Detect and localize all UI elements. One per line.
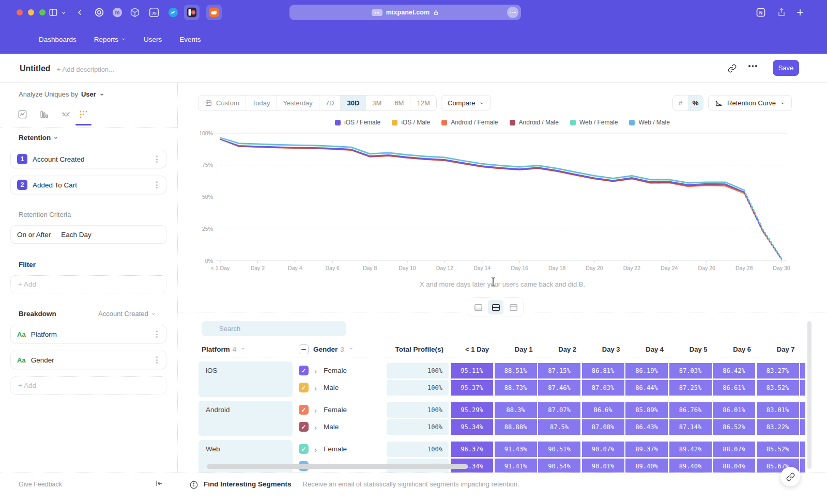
range-30d[interactable]: 30D (341, 96, 366, 111)
retention-value-cell[interactable]: 91.41% (495, 459, 537, 472)
add-filter-button[interactable]: + Add (10, 275, 166, 293)
table-search-input[interactable] (202, 321, 346, 336)
retention-value-cell[interactable]: 90.07% (582, 442, 624, 457)
retention-value-cell[interactable]: 86.43% (625, 419, 668, 435)
report-description-placeholder[interactable]: + Add description... (57, 66, 114, 73)
notion-extension-icon[interactable]: N (756, 7, 766, 18)
legend-item[interactable]: Web / Male (629, 119, 669, 126)
retention-value-cell[interactable]: 88.51% (495, 363, 537, 379)
retention-value-cell[interactable]: 87.14% (669, 419, 712, 435)
pinned-app-red-icon[interactable] (186, 7, 197, 18)
breakdown-options-icon[interactable] (154, 328, 160, 340)
retention-section-header[interactable]: Retention (19, 134, 58, 141)
row-checkbox[interactable]: ✓ (299, 366, 309, 375)
legend-item[interactable]: Android / Male (510, 119, 559, 126)
retention-value-cell[interactable]: 86.76% (669, 402, 712, 418)
range-today[interactable]: Today (246, 96, 277, 111)
pinned-app-bird-icon[interactable] (167, 7, 179, 18)
retention-value-cell[interactable]: 87.46% (538, 380, 580, 396)
chevron-down-icon[interactable] (99, 92, 104, 97)
row-checkbox[interactable]: ✓ (299, 405, 309, 415)
pinned-app-soundcloud-icon[interactable] (208, 7, 220, 18)
day-column-header[interactable]: Day 3 (582, 345, 624, 353)
more-options-icon[interactable] (748, 65, 757, 67)
retention-value-cell-clipped[interactable] (800, 442, 805, 457)
day-column-header[interactable]: Day 6 (713, 345, 755, 353)
retention-value-cell[interactable]: 86.01% (713, 402, 755, 418)
retention-value-cell[interactable]: 95.37% (451, 380, 493, 396)
range-7d[interactable]: 7D (319, 96, 341, 111)
nav-item-dashboards[interactable]: Dashboards (39, 36, 76, 43)
retention-value-cell[interactable]: 83.22% (757, 419, 799, 435)
save-button[interactable]: Save (773, 60, 799, 76)
gender-select-all-checkbox[interactable] (299, 344, 309, 354)
retention-value-cell[interactable]: 83.27% (757, 363, 799, 379)
retention-value-cell[interactable]: 86.52% (713, 419, 755, 435)
retention-value-cell[interactable]: 90.54% (538, 459, 580, 472)
retention-value-cell[interactable]: 87.15% (538, 363, 580, 379)
retention-value-cell[interactable]: 95.11% (451, 363, 493, 379)
day-column-header[interactable]: Day 5 (669, 345, 712, 353)
range-3m[interactable]: 3M (366, 96, 388, 111)
pinned-app-m-icon[interactable]: m (112, 7, 123, 18)
retention-value-cell[interactable]: 95.34% (451, 419, 493, 435)
range-custom[interactable]: Custom (198, 96, 246, 111)
view-chart-only-button[interactable] (470, 300, 486, 314)
day-column-header[interactable]: Day 7 (757, 345, 799, 353)
retention-value-cell[interactable]: 86.44% (625, 380, 668, 396)
retention-value-cell[interactable]: 90.51% (538, 442, 580, 457)
retention-value-cell[interactable]: 88.3% (495, 402, 537, 418)
view-split-button[interactable] (488, 300, 503, 314)
unit-number-button[interactable]: # (673, 96, 688, 111)
tab-list-chevron-icon[interactable] (61, 10, 66, 15)
retention-value-cell-clipped[interactable] (800, 419, 805, 435)
retention-value-cell[interactable]: 88.07% (713, 442, 755, 457)
share-icon[interactable] (776, 7, 787, 18)
retention-line-chart[interactable]: 0%25%50%75%100%< 1 DayDay 2Day 4Day 6Day… (196, 129, 791, 276)
retention-value-cell[interactable]: 87.03% (582, 380, 624, 396)
retention-value-cell[interactable]: 86.6% (582, 402, 624, 418)
day-column-header[interactable]: Day 2 (538, 345, 580, 353)
retention-value-cell[interactable]: 88.04% (713, 459, 755, 472)
analyze-value-dropdown[interactable]: User (81, 90, 96, 98)
vertical-scrollbar[interactable] (807, 321, 811, 469)
platform-column-header[interactable]: Platform4 (202, 345, 246, 353)
breakdown-scope-dropdown[interactable]: Account Created (98, 310, 156, 318)
breakdown-gender[interactable]: AaGender (10, 351, 166, 369)
retention-value-cell[interactable]: 89.37% (625, 442, 668, 457)
url-more-button[interactable] (507, 7, 518, 18)
retention-value-cell-clipped[interactable] (800, 363, 805, 379)
day-column-header[interactable]: Day 4 (625, 345, 668, 353)
breakdown-options-icon[interactable] (154, 354, 160, 366)
range-12m[interactable]: 12M (410, 96, 436, 111)
copy-link-icon[interactable] (728, 64, 737, 73)
retention-value-cell[interactable]: 89.40% (625, 459, 668, 472)
retention-value-cell[interactable]: 88.88% (495, 419, 537, 435)
retention-value-cell[interactable]: 87.07% (538, 402, 580, 418)
retention-value-cell[interactable]: 89.42% (669, 442, 712, 457)
retention-value-cell[interactable]: 86.19% (625, 363, 668, 379)
retention-value-cell[interactable]: 96.37% (451, 442, 493, 457)
retention-value-cell[interactable]: 85.52% (757, 442, 799, 457)
segments-title[interactable]: Find Interesting Segments (204, 480, 292, 488)
criteria-when[interactable]: On or After (17, 231, 51, 239)
gender-column-header[interactable]: Gender3 (313, 345, 354, 353)
new-tab-icon[interactable] (795, 7, 805, 18)
traffic-zoom-button[interactable] (39, 9, 45, 15)
tab-retention-icon[interactable] (79, 109, 88, 119)
chart-type-dropdown[interactable]: Retention Curve (708, 95, 792, 111)
expand-row-chevron-icon[interactable]: › (314, 367, 317, 375)
retention-value-cell[interactable]: 87.5% (538, 419, 580, 435)
pinned-app-cube-icon[interactable] (129, 7, 141, 18)
retention-value-cell[interactable]: 87.03% (669, 363, 712, 379)
expand-row-chevron-icon[interactable]: › (314, 384, 317, 392)
nav-item-events[interactable]: Events (179, 36, 201, 43)
row-checkbox[interactable]: ✓ (299, 383, 309, 392)
nav-item-reports[interactable]: Reports (94, 36, 126, 43)
retention-value-cell[interactable]: 86.61% (713, 380, 755, 396)
traffic-minimize-button[interactable] (28, 9, 34, 15)
retention-value-cell[interactable]: 86.81% (582, 363, 624, 379)
tab-funnels-icon[interactable] (39, 109, 49, 119)
retention-value-cell-clipped[interactable] (800, 380, 805, 396)
legend-item[interactable]: Web / Female (570, 119, 618, 126)
